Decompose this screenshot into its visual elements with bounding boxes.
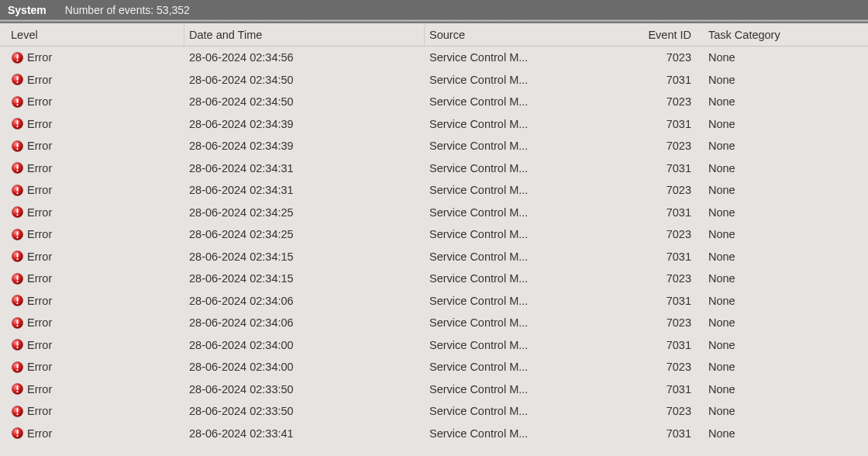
cell-eventid: 7031 xyxy=(626,378,696,401)
cell-level: Error xyxy=(6,202,184,224)
cell-source: Service Control M... xyxy=(425,312,626,334)
table-row[interactable]: Error28-06-2024 02:34:25Service Control … xyxy=(0,202,868,224)
table-row[interactable]: Error28-06-2024 02:34:15Service Control … xyxy=(0,246,868,268)
cell-eventid: 7031 xyxy=(626,334,696,357)
table-row[interactable]: Error28-06-2024 02:33:41Service Control … xyxy=(0,423,868,445)
table-row[interactable]: Error28-06-2024 02:34:06Service Control … xyxy=(0,290,868,313)
svg-rect-16 xyxy=(17,164,19,169)
cell-taskcat: None xyxy=(696,69,859,92)
table-row[interactable]: Error28-06-2024 02:34:39Service Control … xyxy=(0,113,868,136)
cell-taskcat: None xyxy=(696,312,859,334)
cell-level: Error xyxy=(6,290,184,313)
svg-point-29 xyxy=(16,258,18,260)
cell-eventid: 7023 xyxy=(626,91,696,113)
cell-date: 28-06-2024 02:34:25 xyxy=(184,202,425,224)
cell-level: Error xyxy=(6,268,184,290)
table-row[interactable]: Error28-06-2024 02:33:50Service Control … xyxy=(0,378,868,401)
cell-eventid: 7023 xyxy=(626,268,696,290)
column-header-source[interactable]: Source xyxy=(425,23,626,46)
cell-date: 28-06-2024 02:34:56 xyxy=(184,47,425,69)
table-row[interactable]: Error28-06-2024 02:34:31Service Control … xyxy=(0,157,868,180)
error-icon xyxy=(11,338,24,351)
cell-source: Service Control M... xyxy=(425,202,626,224)
table-row[interactable]: Error28-06-2024 02:34:39Service Control … xyxy=(0,135,868,157)
event-list[interactable]: Error28-06-2024 02:34:56Service Control … xyxy=(0,47,868,444)
cell-taskcat: None xyxy=(696,202,859,224)
cell-eventid: 7023 xyxy=(626,179,696,202)
level-text: Error xyxy=(27,140,52,152)
cell-source: Service Control M... xyxy=(425,135,626,157)
svg-rect-22 xyxy=(17,209,19,213)
cell-source: Service Control M... xyxy=(425,356,626,378)
svg-point-35 xyxy=(16,302,18,304)
cell-level: Error xyxy=(6,113,184,136)
svg-rect-28 xyxy=(17,253,19,257)
level-text: Error xyxy=(27,361,52,373)
cell-taskcat: None xyxy=(696,246,859,268)
svg-rect-1 xyxy=(17,54,19,59)
column-header-eventid[interactable]: Event ID xyxy=(626,23,696,46)
error-icon xyxy=(11,140,24,153)
level-text: Error xyxy=(27,51,52,64)
table-row[interactable]: Error28-06-2024 02:34:50Service Control … xyxy=(0,91,868,113)
cell-eventid: 7023 xyxy=(626,400,696,423)
table-row[interactable]: Error28-06-2024 02:34:06Service Control … xyxy=(0,312,868,334)
svg-point-41 xyxy=(16,347,18,348)
cell-source: Service Control M... xyxy=(425,246,626,268)
cell-level: Error xyxy=(6,423,184,445)
level-text: Error xyxy=(27,272,52,285)
svg-point-26 xyxy=(16,237,18,238)
cell-source: Service Control M... xyxy=(425,268,626,290)
svg-point-38 xyxy=(16,325,18,326)
cell-date: 28-06-2024 02:33:50 xyxy=(184,400,425,423)
svg-point-44 xyxy=(16,369,18,371)
svg-point-14 xyxy=(16,148,18,150)
svg-point-53 xyxy=(16,435,18,437)
cell-taskcat: None xyxy=(696,400,859,423)
error-icon xyxy=(11,95,24,109)
column-header-taskcat[interactable]: Task Category xyxy=(696,23,859,46)
cell-source: Service Control M... xyxy=(425,91,626,113)
table-row[interactable]: Error28-06-2024 02:34:50Service Control … xyxy=(0,69,868,92)
level-text: Error xyxy=(27,74,52,86)
column-header-date[interactable]: Date and Time xyxy=(184,23,425,46)
cell-level: Error xyxy=(6,47,184,69)
cell-taskcat: None xyxy=(696,334,859,357)
cell-source: Service Control M... xyxy=(425,157,626,180)
cell-taskcat: None xyxy=(696,378,859,401)
cell-level: Error xyxy=(6,179,184,202)
cell-date: 28-06-2024 02:34:39 xyxy=(184,135,425,157)
level-text: Error xyxy=(27,206,52,219)
cell-eventid: 7031 xyxy=(626,113,696,136)
cell-date: 28-06-2024 02:34:00 xyxy=(184,334,425,357)
cell-level: Error xyxy=(6,135,184,157)
level-text: Error xyxy=(27,405,52,417)
column-header-level[interactable]: Level xyxy=(6,23,184,46)
cell-date: 28-06-2024 02:34:50 xyxy=(184,91,425,113)
cell-date: 28-06-2024 02:34:25 xyxy=(184,223,425,246)
error-icon xyxy=(11,250,24,263)
error-icon xyxy=(11,117,24,130)
cell-date: 28-06-2024 02:34:06 xyxy=(184,312,425,334)
table-row[interactable]: Error28-06-2024 02:33:50Service Control … xyxy=(0,400,868,423)
table-row[interactable]: Error28-06-2024 02:34:00Service Control … xyxy=(0,356,868,378)
table-row[interactable]: Error28-06-2024 02:34:25Service Control … xyxy=(0,223,868,246)
svg-rect-13 xyxy=(17,143,19,147)
table-row[interactable]: Error28-06-2024 02:34:31Service Control … xyxy=(0,179,868,202)
error-icon xyxy=(11,316,24,330)
cell-source: Service Control M... xyxy=(425,334,626,357)
cell-date: 28-06-2024 02:34:31 xyxy=(184,179,425,202)
table-row[interactable]: Error28-06-2024 02:34:56Service Control … xyxy=(0,47,868,69)
level-text: Error xyxy=(27,95,52,108)
cell-taskcat: None xyxy=(696,113,859,136)
table-row[interactable]: Error28-06-2024 02:34:15Service Control … xyxy=(0,268,868,290)
cell-date: 28-06-2024 02:33:50 xyxy=(184,378,425,401)
event-count: Number of events: 53,352 xyxy=(65,4,190,16)
cell-taskcat: None xyxy=(696,423,859,445)
svg-rect-25 xyxy=(17,231,19,236)
svg-point-2 xyxy=(16,60,18,61)
cell-taskcat: None xyxy=(696,179,859,202)
error-icon xyxy=(11,206,24,219)
table-row[interactable]: Error28-06-2024 02:34:00Service Control … xyxy=(0,334,868,357)
svg-point-8 xyxy=(16,104,18,105)
